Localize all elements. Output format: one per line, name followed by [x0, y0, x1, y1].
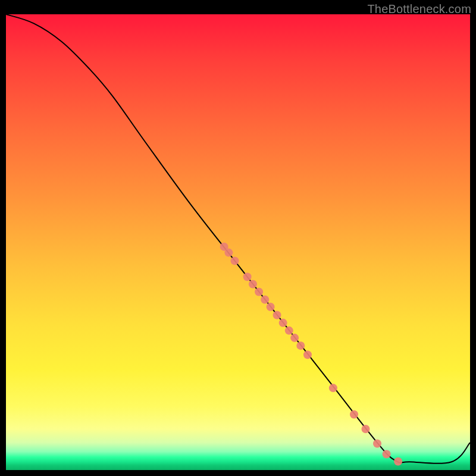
- chart-container: TheBottleneck.com: [0, 0, 476, 476]
- data-point: [350, 411, 358, 419]
- data-point: [224, 249, 233, 257]
- data-point: [285, 327, 293, 335]
- plot-area: [6, 14, 470, 470]
- data-point: [373, 440, 381, 448]
- data-point: [273, 311, 281, 320]
- data-point: [261, 296, 269, 304]
- data-points: [220, 243, 402, 466]
- watermark-label: TheBottleneck.com: [367, 2, 471, 16]
- data-point: [231, 256, 239, 265]
- curve-line: [6, 14, 470, 464]
- data-point: [394, 457, 402, 465]
- data-point: [362, 425, 370, 433]
- data-point: [329, 384, 337, 392]
- data-point: [303, 350, 312, 359]
- data-point: [290, 334, 299, 342]
- data-point: [249, 280, 257, 288]
- data-point: [255, 287, 263, 296]
- curve-svg: [6, 14, 470, 470]
- data-point: [267, 303, 275, 311]
- data-point: [296, 342, 305, 350]
- data-point: [279, 319, 287, 327]
- data-point: [383, 450, 391, 458]
- data-point: [243, 273, 252, 281]
